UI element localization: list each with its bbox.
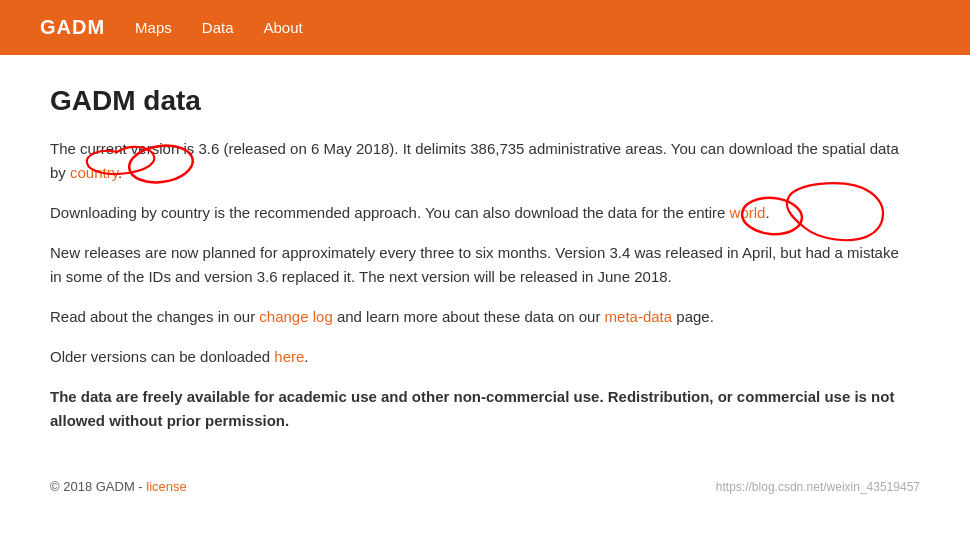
- paragraph-1: The current version is 3.6 (released on …: [50, 137, 910, 185]
- main-content: GADM data The current version is 3.6 (re…: [0, 55, 960, 469]
- paragraph-3: New releases are now planned for approxi…: [50, 241, 910, 289]
- nav-link-maps[interactable]: Maps: [135, 19, 172, 36]
- nav-link-data[interactable]: Data: [202, 19, 234, 36]
- change-log-link[interactable]: change log: [259, 308, 332, 325]
- meta-data-link[interactable]: meta-data: [605, 308, 673, 325]
- p2-text-before: Downloading by country is the recommende…: [50, 204, 730, 221]
- here-link[interactable]: here: [274, 348, 304, 365]
- footer-copyright-text: © 2018 GADM -: [50, 479, 146, 494]
- p5-text-before: Older versions can be donloaded: [50, 348, 274, 365]
- p1-text-after: .: [118, 164, 122, 181]
- world-link[interactable]: world: [730, 204, 766, 221]
- paragraph-2: Downloading by country is the recommende…: [50, 201, 910, 225]
- paragraph-5: Older versions can be donloaded here.: [50, 345, 910, 369]
- paragraph-bold-notice: The data are freely available for academ…: [50, 385, 910, 433]
- license-link[interactable]: license: [146, 479, 186, 494]
- p4-text-middle: and learn more about these data on our: [333, 308, 605, 325]
- p1-text-before: The current version is 3.6 (released on …: [50, 140, 899, 181]
- p2-text-after: .: [765, 204, 769, 221]
- page-title: GADM data: [50, 85, 910, 117]
- nav-brand[interactable]: GADM: [40, 16, 105, 39]
- p5-text-after: .: [304, 348, 308, 365]
- nav-link-about[interactable]: About: [263, 19, 302, 36]
- footer-left: © 2018 GADM - license: [50, 479, 187, 494]
- footer-right: https://blog.csdn.net/weixin_43519457: [716, 480, 920, 494]
- country-link[interactable]: country: [70, 164, 118, 181]
- navbar: GADM Maps Data About: [0, 0, 970, 55]
- footer: © 2018 GADM - license https://blog.csdn.…: [0, 469, 970, 504]
- paragraph-4: Read about the changes in our change log…: [50, 305, 910, 329]
- p4-text-after: page.: [672, 308, 714, 325]
- p4-text-before: Read about the changes in our: [50, 308, 259, 325]
